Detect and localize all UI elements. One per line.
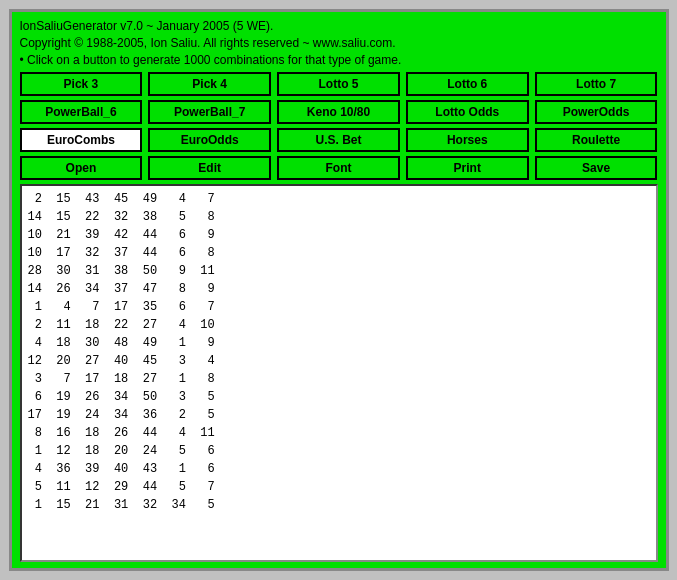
- save-button[interactable]: Save: [535, 156, 658, 180]
- euroodds-button[interactable]: EuroOdds: [148, 128, 271, 152]
- powerball6-button[interactable]: PowerBall_6: [20, 100, 143, 124]
- output-area: 2 15 43 45 49 4 7 14 15 22 32 38 5 8 10 …: [20, 184, 658, 562]
- button-row-2: PowerBall_6 PowerBall_7 Keno 10/80 Lotto…: [20, 100, 658, 124]
- font-button[interactable]: Font: [277, 156, 400, 180]
- header-line2: Copyright © 1988-2005, Ion Saliu. All ri…: [20, 36, 396, 50]
- keno-button[interactable]: Keno 10/80: [277, 100, 400, 124]
- button-row-3: EuroCombs EuroOdds U.S. Bet Horses Roule…: [20, 128, 658, 152]
- powerodds-button[interactable]: PowerOdds: [535, 100, 658, 124]
- lotto6-button[interactable]: Lotto 6: [406, 72, 529, 96]
- main-window: IonSaliuGenerator v7.0 ~ January 2005 (5…: [9, 9, 669, 571]
- roulette-button[interactable]: Roulette: [535, 128, 658, 152]
- output-text[interactable]: 2 15 43 45 49 4 7 14 15 22 32 38 5 8 10 …: [22, 186, 656, 560]
- header-text: IonSaliuGenerator v7.0 ~ January 2005 (5…: [20, 18, 658, 68]
- usbet-button[interactable]: U.S. Bet: [277, 128, 400, 152]
- edit-button[interactable]: Edit: [148, 156, 271, 180]
- print-button[interactable]: Print: [406, 156, 529, 180]
- header-line3: • Click on a button to generate 1000 com…: [20, 53, 402, 67]
- header-line1: IonSaliuGenerator v7.0 ~ January 2005 (5…: [20, 19, 274, 33]
- pick3-button[interactable]: Pick 3: [20, 72, 143, 96]
- horses-button[interactable]: Horses: [406, 128, 529, 152]
- pick4-button[interactable]: Pick 4: [148, 72, 271, 96]
- eurocombs-button[interactable]: EuroCombs: [20, 128, 143, 152]
- button-row-1: Pick 3 Pick 4 Lotto 5 Lotto 6 Lotto 7: [20, 72, 658, 96]
- lottoodds-button[interactable]: Lotto Odds: [406, 100, 529, 124]
- button-row-4: Open Edit Font Print Save: [20, 156, 658, 180]
- lotto5-button[interactable]: Lotto 5: [277, 72, 400, 96]
- powerball7-button[interactable]: PowerBall_7: [148, 100, 271, 124]
- lotto7-button[interactable]: Lotto 7: [535, 72, 658, 96]
- open-button[interactable]: Open: [20, 156, 143, 180]
